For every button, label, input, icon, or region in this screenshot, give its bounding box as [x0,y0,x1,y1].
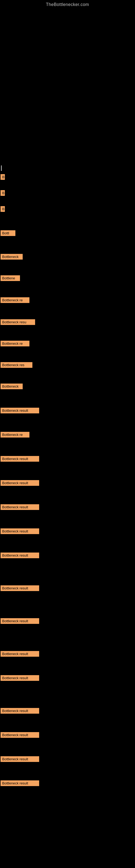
item-label: B [1,174,5,180]
list-item: Bottleneck re [0,341,135,346]
list-item: Bottleneck re [0,297,135,303]
item-label: Bottleneck result [1,553,39,558]
site-title: TheBottlenecker.com [0,0,135,8]
list-item: Bottleneck [0,254,135,259]
item-label: Bottleneck resu [1,319,35,325]
list-item: Bottleneck result [0,585,135,591]
item-label: B [1,190,5,196]
item-label: Bottleneck re [1,297,30,303]
cursor [1,165,135,172]
list-item: Bottlene [0,275,135,281]
item-label: Bottleneck result [1,528,39,534]
item-label: Bottl [1,230,15,236]
item-label: Bottleneck result [1,408,39,413]
item-label: Bottlene [1,275,20,281]
item-label: Bottleneck result [1,780,39,786]
list-item: Bottleneck [0,383,135,389]
list-item: Bottleneck result [0,675,135,681]
list-item: Bottleneck result [0,528,135,534]
list-item: Bottleneck result [0,780,135,786]
list-item: Bottleneck res [0,362,135,368]
list-item: Bottleneck result [0,480,135,486]
item-label: Bottleneck result [1,456,39,462]
item-label: Bottleneck result [1,732,39,738]
item-label: Bottleneck [1,254,23,259]
item-label: Bottleneck result [1,708,39,714]
item-label: Bottleneck result [1,585,39,591]
list-item: Bottl [0,230,135,236]
item-label: B [1,206,5,212]
item-label: Bottleneck result [1,480,39,486]
list-item: Bottleneck result [0,756,135,762]
list-item: Bottleneck result [0,504,135,510]
list-item: Bottleneck result [0,618,135,624]
list-item: Bottleneck result [0,456,135,462]
list-item: Bottleneck result [0,651,135,657]
item-label: Bottleneck result [1,651,39,657]
list-item: B [0,190,135,196]
item-label: Bottleneck re [1,341,30,346]
item-label: Bottleneck result [1,618,39,624]
list-item: Bottleneck result [0,708,135,714]
item-label: Bottleneck res [1,362,32,368]
item-label: Bottleneck [1,383,23,389]
list-item: Bottleneck result [0,408,135,413]
item-label: Bottleneck result [1,675,39,681]
list-item: Bottleneck result [0,732,135,738]
list-item: Bottleneck resu [0,319,135,325]
item-label: Bottleneck result [1,504,39,510]
bottleneck-list: B B B Bottl Bottleneck Bottlene Bottlene… [0,174,135,786]
list-item: B [0,174,135,180]
list-item: B [0,206,135,212]
list-item: Bottleneck result [0,553,135,558]
item-label: Bottleneck re [1,432,30,437]
list-item: Bottleneck re [0,432,135,437]
item-label: Bottleneck result [1,756,39,762]
